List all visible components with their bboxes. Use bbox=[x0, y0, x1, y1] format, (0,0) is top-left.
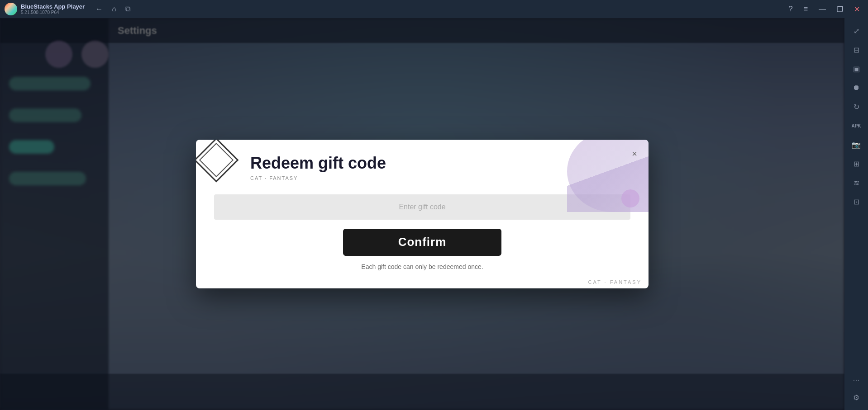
app-version: 5.21.500.1070 P64 bbox=[21, 10, 85, 15]
modal-overlay: × Redeem gift code CAT · FANTASY Confirm… bbox=[0, 18, 844, 410]
more-icon-btn[interactable]: … bbox=[848, 370, 864, 386]
bluestacks-logo bbox=[5, 3, 17, 15]
menu-button[interactable]: ≡ bbox=[800, 3, 811, 15]
restore-button[interactable]: ❐ bbox=[833, 3, 847, 15]
refresh-icon-btn[interactable]: ↻ bbox=[848, 99, 864, 115]
window-controls: ? ≡ — ❐ ✕ bbox=[785, 3, 863, 15]
expand-icon-btn[interactable]: ⤢ bbox=[848, 23, 864, 39]
back-button[interactable]: ← bbox=[94, 3, 105, 15]
layers-icon-btn[interactable]: ⊟ bbox=[848, 42, 864, 58]
dialog-disclaimer: Each gift code can only be redeemed once… bbox=[214, 263, 630, 270]
dialog-logo-area bbox=[196, 140, 246, 189]
watermark: CAT · FANTASY bbox=[588, 279, 642, 285]
tv-icon-btn[interactable]: ▣ bbox=[848, 61, 864, 77]
home-button[interactable]: ⌂ bbox=[110, 3, 118, 15]
shake-icon-btn[interactable]: ≋ bbox=[848, 174, 864, 191]
title-bar: BlueStacks App Player 5.21.500.1070 P64 … bbox=[0, 0, 868, 18]
minimize-button[interactable]: — bbox=[815, 3, 830, 15]
app-name: BlueStacks App Player bbox=[21, 3, 85, 10]
main-layout: Settings bbox=[0, 18, 868, 410]
game-viewport: Settings bbox=[0, 18, 844, 410]
tabs-button[interactable]: ⧉ bbox=[124, 3, 132, 15]
help-button[interactable]: ? bbox=[785, 3, 796, 15]
dialog-close-button[interactable]: × bbox=[627, 146, 642, 161]
apk-icon-btn[interactable]: APK bbox=[848, 118, 864, 134]
camera-icon-btn[interactable]: 📷 bbox=[848, 137, 864, 153]
close-button[interactable]: ✕ bbox=[850, 3, 863, 15]
screenshot-icon-btn[interactable]: ⊞ bbox=[848, 156, 864, 172]
record-icon-btn[interactable]: ⏺ bbox=[848, 80, 864, 96]
settings-icon-btn[interactable]: ⚙ bbox=[848, 389, 864, 405]
resize-icon-btn[interactable]: ⊡ bbox=[848, 193, 864, 210]
right-sidebar: ⤢ ⊟ ▣ ⏺ ↻ APK 📷 ⊞ ≋ ⊡ … ⚙ bbox=[844, 18, 868, 410]
redeem-dialog: × Redeem gift code CAT · FANTASY Confirm… bbox=[196, 140, 649, 288]
confirm-button[interactable]: Confirm bbox=[343, 229, 501, 256]
nav-buttons: ← ⌂ ⧉ bbox=[94, 3, 132, 15]
diamond-inner bbox=[199, 143, 234, 177]
